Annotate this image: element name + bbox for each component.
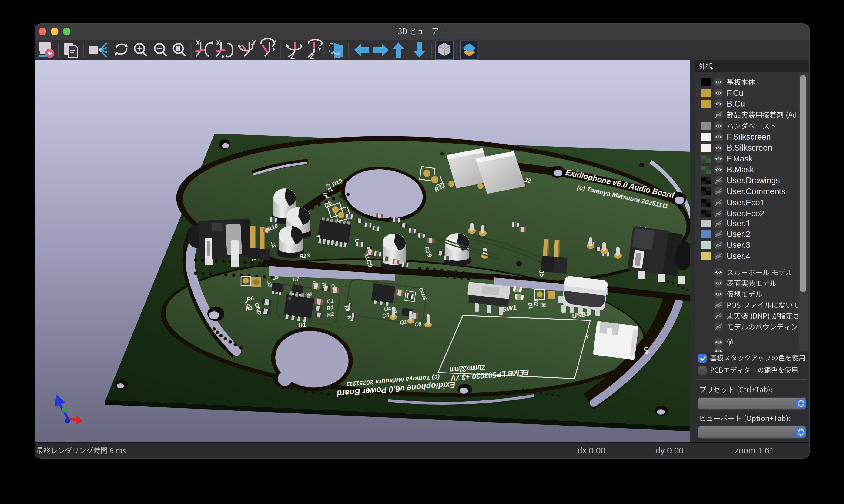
svg-text:User.Eco2: User.Eco2 [727, 209, 764, 218]
svg-text:C6: C6 [414, 321, 422, 328]
svg-text:F.Silkscreen: F.Silkscreen [727, 132, 771, 141]
svg-text:F.Cu: F.Cu [727, 88, 744, 97]
svg-text:C5: C5 [382, 312, 390, 319]
svg-text:User.2: User.2 [727, 230, 750, 239]
svg-text:dx 0.00: dx 0.00 [578, 446, 605, 455]
svg-text:P4: P4 [305, 291, 312, 298]
svg-text:User.Drawings: User.Drawings [727, 176, 780, 185]
svg-text:User.3: User.3 [727, 240, 750, 250]
svg-text:D2: D2 [532, 299, 539, 307]
svg-text:X: X [195, 39, 201, 47]
svg-text:dy 0.00: dy 0.00 [656, 446, 684, 455]
svg-text:B.Silkscreen: B.Silkscreen [727, 143, 772, 152]
svg-text:R2: R2 [327, 311, 334, 318]
svg-text:User.Eco1: User.Eco1 [727, 198, 764, 207]
svg-text:F.Mask: F.Mask [727, 154, 753, 163]
svg-text:D1: D1 [527, 302, 534, 309]
svg-text:B.Cu: B.Cu [727, 100, 745, 108]
svg-text:B.Mask: B.Mask [727, 165, 754, 174]
svg-text:R1: R1 [326, 304, 334, 311]
svg-text:U4: U4 [383, 305, 391, 312]
svg-text:User.1: User.1 [727, 219, 750, 228]
svg-text:Q1: Q1 [399, 319, 408, 326]
svg-text:User.Comments: User.Comments [727, 187, 786, 196]
svg-text:User.4: User.4 [727, 252, 750, 261]
svg-text:U1: U1 [298, 321, 307, 329]
svg-text:J2: J2 [523, 176, 531, 184]
svg-text:C1: C1 [327, 298, 334, 305]
svg-text:zoom 1.61: zoom 1.61 [735, 446, 774, 455]
svg-text:X: X [216, 39, 221, 47]
